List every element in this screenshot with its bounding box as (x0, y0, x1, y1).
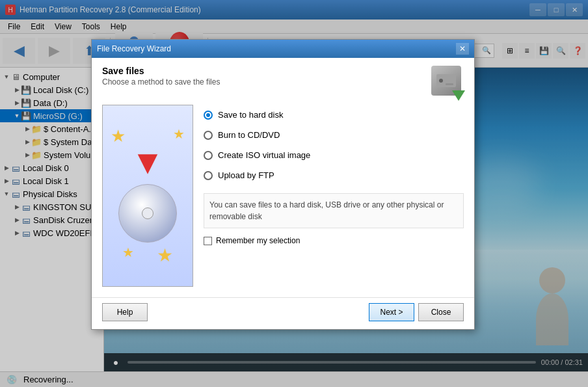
option-hard-disk[interactable]: Save to hard disk (204, 105, 464, 125)
cd-graphic: ★ ★ ▼ ★ ★ (105, 108, 190, 284)
remember-checkbox[interactable] (204, 237, 212, 245)
option-iso[interactable]: Create ISO virtual image (204, 145, 464, 165)
arrow-down-icon: ▼ (131, 145, 164, 179)
option-cd-dvd[interactable]: Burn to CD/DVD (204, 125, 464, 145)
label-hard-disk: Save to hard disk (218, 110, 283, 120)
dialog-button-group: Next > Close (369, 303, 464, 321)
remember-label: Remember my selection (216, 236, 300, 245)
help-button[interactable]: Help (102, 303, 148, 321)
dialog-subheading: Choose a method to save the files (102, 77, 220, 87)
dialog-footer: Help Next > Close (92, 297, 474, 329)
dialog-header: Save files Choose a method to save the f… (102, 66, 464, 98)
dialog-title-bar: File Recovery Wizard ✕ (92, 40, 474, 58)
radio-hard-disk[interactable] (204, 111, 213, 120)
label-cd-dvd: Burn to CD/DVD (218, 130, 280, 140)
dialog-header-icon (431, 66, 464, 98)
next-button[interactable]: Next > (369, 303, 414, 321)
dialog-overlay: File Recovery Wizard ✕ Save files Choose… (0, 0, 588, 387)
star-icon-right-top: ★ (173, 126, 185, 142)
star-icon-left: ★ (111, 126, 126, 146)
star-icon-bottom-left: ★ (122, 245, 134, 266)
dialog-image: ★ ★ ▼ ★ ★ (102, 105, 193, 287)
dialog-close-button[interactable]: ✕ (456, 43, 469, 55)
close-dialog-button[interactable]: Close (418, 303, 464, 321)
label-iso: Create ISO virtual image (218, 150, 310, 160)
dialog-heading: Save files (102, 66, 220, 76)
cd-hole (142, 207, 154, 219)
dialog-title: File Recovery Wizard (97, 44, 171, 53)
hdd-arrow-icon (452, 90, 465, 101)
hdd-icon (431, 66, 461, 96)
option-ftp[interactable]: Upload by FTP (204, 165, 464, 185)
dialog-header-text: Save files Choose a method to save the f… (102, 66, 220, 87)
remember-row: Remember my selection (204, 236, 464, 245)
radio-cd-dvd[interactable] (204, 131, 213, 140)
file-recovery-dialog: File Recovery Wizard ✕ Save files Choose… (91, 39, 475, 330)
label-ftp: Upload by FTP (218, 170, 274, 180)
dialog-body: Save files Choose a method to save the f… (92, 58, 474, 295)
radio-dot-hard-disk (206, 113, 210, 117)
cd-disc (118, 184, 177, 243)
radio-ftp[interactable] (204, 171, 213, 180)
radio-iso[interactable] (204, 151, 213, 160)
description-text: You can save files to a hard disk, USB d… (204, 193, 464, 228)
star-icon-bottom-right: ★ (157, 245, 173, 266)
dialog-options: Save to hard disk Burn to CD/DVD Create … (204, 105, 464, 287)
dialog-content: ★ ★ ▼ ★ ★ (102, 105, 464, 287)
